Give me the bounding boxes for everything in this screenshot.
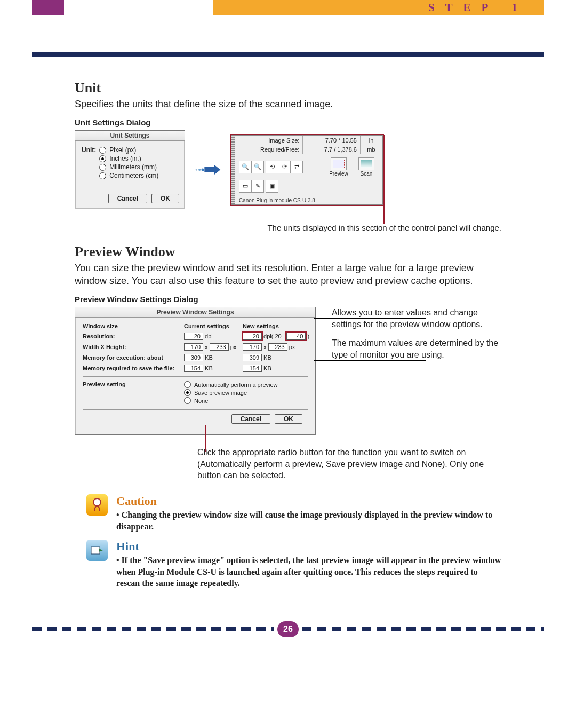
display-icon[interactable]: ▭ <box>239 180 252 193</box>
new-resolution-field[interactable]: 20 <box>243 333 262 340</box>
current-col: Current settings <box>184 323 243 329</box>
radio-save-preview[interactable]: Save preview image <box>184 389 278 396</box>
hint-icon <box>86 540 108 561</box>
caution-callout: Caution • Changing the preview window si… <box>86 494 501 532</box>
preview-heading: Preview Window <box>75 244 501 260</box>
pw-ok-button[interactable]: OK <box>275 414 302 424</box>
zoom-out-icon[interactable]: 🔍 <box>251 161 264 173</box>
unit-dialog-title: Unit Settings <box>75 131 185 141</box>
radio-auto-preview[interactable]: Automatically perform a preview <box>184 381 278 388</box>
preview-setting-label: Preview setting <box>83 381 184 405</box>
page-footer: 26 <box>32 621 544 637</box>
required-free-unit: mb <box>361 145 382 154</box>
svg-point-3 <box>93 498 101 506</box>
step-label: STEP 1 <box>428 0 528 15</box>
radio-cm[interactable]: Centimeters (cm) <box>99 172 158 179</box>
hint-heading: Hint <box>116 540 501 553</box>
image-icon[interactable]: ▣ <box>266 180 278 193</box>
preview-button[interactable]: Preview <box>326 157 351 177</box>
pw-cancel-button[interactable]: Cancel <box>231 414 270 424</box>
unit-settings-dialog: Unit Settings Unit: Pixel (px) Inches (i… <box>75 130 185 209</box>
page-number: 26 <box>277 621 299 637</box>
preview-desc: You can size the preview window and set … <box>75 262 501 287</box>
mem-exec-label: Memory for execution: about <box>83 354 184 361</box>
required-free-label: Required/Free: <box>236 145 303 154</box>
unit-note: The units displayed in this section of t… <box>75 223 501 232</box>
image-size-unit: in <box>361 136 382 145</box>
unit-heading: Unit <box>75 80 501 96</box>
callout-line <box>383 135 385 224</box>
callout-line <box>205 425 206 452</box>
svg-point-0 <box>196 169 197 171</box>
unit-dialog-caption: Unit Settings Dialog <box>75 118 501 127</box>
rotate-right-icon[interactable]: ⟳ <box>278 161 291 173</box>
arrow-icon <box>195 163 221 176</box>
radio-pixel[interactable]: Pixel (px) <box>99 146 158 154</box>
ok-button[interactable]: OK <box>151 194 179 203</box>
image-size-label: Image Size: <box>236 136 303 145</box>
mem-save-label: Memory required to save the file: <box>83 365 184 371</box>
unit-label: Unit: <box>82 146 96 154</box>
resolution-label: Resolution: <box>83 333 184 339</box>
unit-desc: Specifies the units that define the size… <box>75 98 501 110</box>
caution-text: • Changing the preview window size will … <box>116 509 501 532</box>
control-panel-snippet: Image Size: 7.70 * 10.55 in Required/Fre… <box>231 135 383 205</box>
preview-dialog-caption: Preview Window Settings Dialog <box>75 295 501 304</box>
panel-footer: Canon Plug-in module CS-U 3.8 <box>236 196 382 204</box>
svg-point-2 <box>202 169 204 171</box>
image-size-value: 7.70 * 10.55 <box>303 136 361 145</box>
radio-note: Click the appropriate radio button for t… <box>197 447 501 481</box>
callout-line <box>314 318 426 319</box>
svg-point-1 <box>198 169 201 171</box>
rotate-left-icon[interactable]: ⟲ <box>266 161 278 173</box>
svg-rect-4 <box>91 547 100 554</box>
preview-window-settings-dialog: Preview Window Settings Window size Curr… <box>75 307 316 435</box>
mirror-icon[interactable]: ⇄ <box>290 161 303 173</box>
new-col: New settings <box>243 323 317 329</box>
callout-line <box>314 360 426 361</box>
wxh-label: Width X Height: <box>83 344 184 350</box>
hint-text: • If the "Save preview image" option is … <box>116 555 501 589</box>
purple-tab <box>32 0 64 15</box>
side-note-2: The maximum values are determined by the… <box>332 337 501 360</box>
caution-icon <box>86 494 108 516</box>
wand-icon[interactable]: ✎ <box>251 180 264 193</box>
pw-dialog-title: Preview Window Settings <box>75 307 315 318</box>
scan-button[interactable]: Scan <box>354 157 379 177</box>
hint-callout: Hint • If the "Save preview image" optio… <box>86 540 501 589</box>
header-bar: STEP 1 <box>32 0 544 15</box>
top-rule <box>32 52 544 57</box>
radio-none[interactable]: None <box>184 397 278 404</box>
max-resolution-field: 40 <box>286 333 306 340</box>
cancel-button[interactable]: Cancel <box>108 194 147 203</box>
zoom-in-icon[interactable]: 🔍 <box>239 161 252 173</box>
radio-mm[interactable]: Millimeters (mm) <box>99 163 158 171</box>
radio-inches[interactable]: Inches (in.) <box>99 155 158 162</box>
window-size-label: Window size <box>83 323 184 329</box>
required-free-value: 7.7 / 1,378.6 <box>303 145 361 154</box>
caution-heading: Caution <box>116 494 501 508</box>
